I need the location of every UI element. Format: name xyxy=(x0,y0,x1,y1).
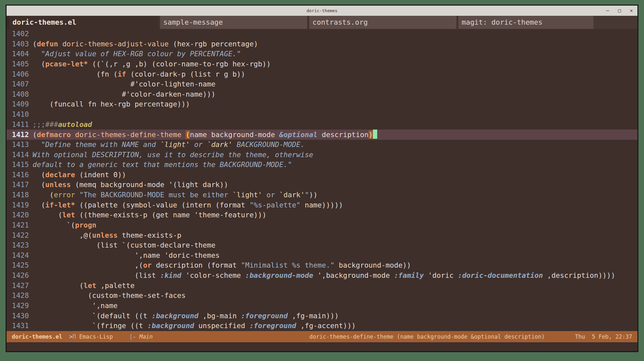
code-line-1411: 1411;;;###autoload xyxy=(7,120,637,130)
line-number: 1412 xyxy=(7,130,29,140)
line-number: 1418 xyxy=(7,190,29,200)
code-line-1409: 1409 (funcall fn hex-rgb percentage))) xyxy=(7,99,637,109)
line-number: 1430 xyxy=(7,311,29,321)
line-number: 1404 xyxy=(7,49,29,59)
mode-line-right: doric-themes-define-theme (name backgrou… xyxy=(310,333,632,340)
code-line-1425: 1425 ,(or description (format "Minimalis… xyxy=(7,260,637,271)
line-number: 1423 xyxy=(7,240,29,251)
code-line-1406: 1406 (fn (if (color-dark-p (list r g b)) xyxy=(7,69,637,80)
code-line-1426: 1426 (list :kind 'color-scheme :backgrou… xyxy=(7,271,637,281)
line-number: 1402 xyxy=(7,29,29,39)
line-number: 1417 xyxy=(7,180,29,190)
code-line-1404: 1404 "Adjust value of HEX-RGB colour by … xyxy=(7,49,637,59)
code-line-1416: 1416 (declare (indent 0)) xyxy=(7,170,637,180)
code-line-1402: 1402 xyxy=(7,29,637,39)
desktop: doric-themes – □ ✕ doric-themes.el sampl… xyxy=(0,0,644,361)
titlebar[interactable]: doric-themes – □ ✕ xyxy=(7,6,637,16)
tab-sample-message[interactable]: sample-message xyxy=(160,16,307,29)
modeline-pipe: | xyxy=(129,333,132,340)
tab-bar: doric-themes.el sample-message contrasts… xyxy=(7,16,637,29)
window-controls: – □ ✕ xyxy=(606,6,633,16)
line-number: 1425 xyxy=(7,260,29,271)
modeline-which-function: doric-themes-define-theme (name backgrou… xyxy=(310,333,545,340)
line-number: 1414 xyxy=(7,150,29,160)
code-line-1410: 1410 xyxy=(7,109,637,120)
code-line-1428: 1428 (custom-theme-set-faces xyxy=(7,291,637,301)
code-line-1405: 1405 (pcase-let* ((`(,r ,g ,b) (color-na… xyxy=(7,59,637,69)
line-number: 1421 xyxy=(7,220,29,230)
line-number: 1426 xyxy=(7,271,29,281)
line-number: 1420 xyxy=(7,210,29,220)
code-line-1415: 1415default to a generic text that menti… xyxy=(7,160,637,170)
code-line-1427: 1427 (let ,palette xyxy=(7,281,637,291)
minimize-button[interactable]: – xyxy=(606,8,609,13)
code-line-1403: 1403(defun doric-themes-adjust-value (he… xyxy=(7,39,637,49)
line-number: 1405 xyxy=(7,59,29,69)
code-line-1430: 1430 `(default ((t :background ,bg-main … xyxy=(7,311,637,321)
code-line-1419: 1419 (if-let* ((palette (symbol-value (i… xyxy=(7,200,637,210)
modeline-dash: - xyxy=(133,333,136,340)
modeline-indicator: > xyxy=(69,333,73,340)
line-number: 1415 xyxy=(7,160,29,170)
code-line-1423: 1423 (list `(custom-declare-theme xyxy=(7,240,637,251)
line-number: 1403 xyxy=(7,39,29,49)
line-number: 1408 xyxy=(7,89,29,100)
window-title: doric-themes xyxy=(307,8,337,13)
code-line-1417: 1417 (unless (memq background-mode '(lig… xyxy=(7,180,637,190)
maximize-button[interactable]: □ xyxy=(618,8,621,13)
line-number: 1422 xyxy=(7,230,29,241)
tab-magit-doric-themes[interactable]: magit: doric-themes xyxy=(458,16,593,29)
mode-line: doric-themes.el > Π Emacs-Lisp | - Main … xyxy=(7,331,637,342)
buffer-doric-themes-el[interactable]: 14021403(defun doric-themes-adjust-value… xyxy=(7,29,637,331)
code-line-1413: 1413 "Define theme with NAME and `light'… xyxy=(7,140,637,150)
code-line-1418: 1418 (error "The BACKGROUND-MODE must be… xyxy=(7,190,637,200)
line-number: 1424 xyxy=(7,251,29,261)
tab-contrasts-org[interactable]: contrasts.org xyxy=(309,16,456,29)
line-number: 1411 xyxy=(7,120,29,130)
line-number: 1410 xyxy=(7,109,29,120)
line-number: 1407 xyxy=(7,79,29,89)
code-line-1412: 1412(defmacro doric-themes-define-theme … xyxy=(7,130,637,140)
line-number: 1429 xyxy=(7,301,29,311)
modeline-buffer-name[interactable]: doric-themes.el xyxy=(12,333,62,340)
code-line-1429: 1429 ',name xyxy=(7,301,637,311)
code-line-1422: 1422 ,@(unless theme-exists-p xyxy=(7,230,637,241)
line-number: 1427 xyxy=(7,281,29,291)
tab-doric-themes-el[interactable]: doric-themes.el xyxy=(9,16,158,29)
line-number: 1406 xyxy=(7,69,29,80)
line-number: 1416 xyxy=(7,170,29,180)
emacs-window: doric-themes – □ ✕ doric-themes.el sampl… xyxy=(6,5,638,352)
line-number: 1413 xyxy=(7,140,29,150)
code-line-1420: 1420 (let ((theme-exists-p (get name 'th… xyxy=(7,210,637,220)
line-number: 1409 xyxy=(7,99,29,109)
code-line-1421: 1421 `(progn xyxy=(7,220,637,230)
code-line-1431: 1431 `(fringe ((t :background unspecifie… xyxy=(7,321,637,331)
tab-bar-filler xyxy=(593,16,637,29)
close-button[interactable]: ✕ xyxy=(630,8,633,13)
line-number: 1428 xyxy=(7,291,29,301)
echo-area[interactable] xyxy=(7,342,637,351)
mode-line-left: doric-themes.el > Π Emacs-Lisp | - Main xyxy=(12,333,153,340)
modeline-clock: Thu 5 Feb, 22:37 xyxy=(575,333,632,340)
modeline-narrow-name: Main xyxy=(139,333,153,340)
code-line-1407: 1407 #'color-lighten-name xyxy=(7,79,637,89)
tab-bar-left-strip xyxy=(7,16,9,29)
cursor xyxy=(373,130,377,139)
code-line-1414: 1414With optional DESCRIPTION, use it to… xyxy=(7,150,637,160)
modeline-pi-indicator: Π xyxy=(73,333,76,340)
modeline-major-mode[interactable]: Emacs-Lisp xyxy=(79,333,113,340)
line-number: 1431 xyxy=(7,321,29,331)
line-number: 1419 xyxy=(7,200,29,210)
code-line-1424: 1424 ',name 'doric-themes xyxy=(7,251,637,261)
code-line-1408: 1408 #'color-darken-name))) xyxy=(7,89,637,100)
